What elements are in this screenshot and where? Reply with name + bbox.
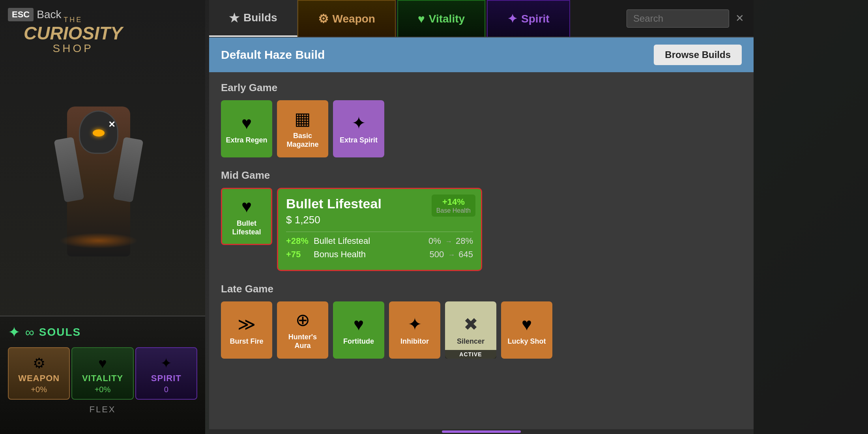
inhibitor-label: Inhibitor (400, 337, 429, 346)
inhibitor-icon: ✦ (408, 314, 422, 334)
tab-weapon[interactable]: ⚙ Weapon (297, 0, 396, 37)
tooltip-badge-value: +14% (442, 197, 465, 207)
tooltip-divider (286, 232, 473, 232)
char-body: ✕ (67, 107, 130, 256)
spirit-icon: ✦ (160, 355, 172, 372)
hunters-aura-icon: ⊕ (296, 310, 310, 330)
search-area: ✕ (620, 0, 754, 37)
item-card-inhibitor[interactable]: ✦ Inhibitor (389, 301, 440, 359)
silencer-label: Silencer (457, 337, 485, 346)
char-head: ✕ (79, 110, 118, 154)
character-area: ✕ (0, 47, 197, 268)
extra-regen-icon: ♥ (241, 113, 252, 133)
browse-builds-button[interactable]: Browse Builds (654, 45, 742, 65)
search-input[interactable] (627, 9, 729, 28)
early-items-grid: ♥ Extra Regen ▦ Basic Magazine ✦ Extra S… (221, 100, 742, 157)
item-card-silencer[interactable]: ✖ Silencer ACTIVE (445, 301, 496, 359)
builds-star-icon: ★ (229, 11, 239, 25)
tab-vitality[interactable]: ♥ Vitality (397, 0, 485, 37)
basic-magazine-label: Basic Magazine (281, 132, 324, 149)
vitality-stat-tab[interactable]: ♥ VITALITY +0% (71, 347, 133, 400)
stat-values-health: 500 → 645 (429, 249, 473, 260)
lucky-shot-icon: ♥ (522, 314, 532, 334)
burst-fire-icon: ≫ (238, 314, 256, 334)
spirit-stat-tab[interactable]: ✦ SPIRIT 0 (135, 347, 197, 400)
vitality-heart-icon: ♥ (418, 12, 425, 26)
tab-spirit-label: Spirit (521, 13, 550, 25)
build-header: Default Haze Build Browse Builds (209, 37, 754, 72)
mid-game-label: Mid Game (221, 169, 742, 181)
stat-tabs: ⚙ WEAPON +0% ♥ VITALITY +0% ✦ SPIRIT 0 (0, 344, 205, 403)
char-eye (93, 129, 105, 137)
shop-shop-text: SHOP (24, 42, 122, 55)
early-game-label: Early Game (221, 82, 742, 94)
esc-badge[interactable]: ESC (8, 8, 34, 21)
spirit-star-icon: ✦ (507, 12, 517, 26)
build-title: Default Haze Build (221, 48, 325, 62)
extra-spirit-icon: ✦ (352, 113, 366, 133)
tab-weapon-label: Weapon (333, 13, 375, 25)
tab-builds-label: Builds (243, 11, 277, 24)
basic-magazine-icon: ▦ (294, 108, 311, 129)
item-card-burst-fire[interactable]: ≫ Burst Fire (221, 301, 272, 359)
bullet-lifesteal-tooltip: Bullet Lifesteal $ 1,250 +14% Base Healt… (277, 188, 482, 271)
tooltip-badge: +14% Base Health (432, 195, 475, 217)
tooltip-stat-row-2: +75 Bonus Health 500 → 645 (286, 249, 473, 260)
shop-curiosity-text: CURIOSITY (24, 24, 122, 42)
stat-name-health: Bonus Health (314, 249, 366, 260)
weapon-tab-name: WEAPON (18, 373, 60, 383)
main-panel: ★ Builds ⚙ Weapon ♥ Vitality ✦ Spirit ✕ … (209, 0, 754, 434)
weapon-icon: ⚙ (33, 355, 45, 372)
vitality-tab-name: VITALITY (82, 373, 123, 383)
fortitude-icon: ♥ (354, 314, 364, 334)
arrow-icon-2: → (448, 251, 457, 259)
bullet-lifesteal-label: Bullet Lifesteal (226, 219, 267, 236)
item-card-basic-magazine[interactable]: ▦ Basic Magazine (277, 100, 328, 157)
bottom-stats-bar: ✦ ∞ SOULS ⚙ WEAPON +0% ♥ VITALITY +0% ✦ … (0, 316, 205, 434)
build-content: Early Game ♥ Extra Regen ▦ Basic Magazin… (209, 72, 754, 434)
souls-icon: ✦ (8, 324, 21, 341)
tooltip-stat-row-1: +28% Bullet Lifesteal 0% → 28% (286, 236, 473, 246)
weapon-stat-tab[interactable]: ⚙ WEAPON +0% (8, 347, 70, 400)
arrow-icon-1: → (445, 238, 454, 245)
item-card-extra-regen[interactable]: ♥ Extra Regen (221, 100, 272, 157)
souls-loop-icon: ∞ (25, 325, 34, 340)
vitality-icon: ♥ (98, 355, 107, 372)
esc-back-area: ESC Back (8, 8, 62, 21)
stat-values-lifesteal: 0% → 28% (428, 236, 473, 246)
weapon-gear-icon: ⚙ (318, 12, 329, 26)
char-weapon-right (113, 137, 143, 202)
silencer-icon: ✖ (464, 314, 478, 334)
mid-game-row: ♥ Bullet Lifesteal Bullet Lifesteal $ 1,… (221, 188, 742, 271)
flex-label: FLEX (0, 403, 205, 416)
lucky-shot-label: Lucky Shot (507, 337, 546, 346)
item-card-bullet-lifesteal[interactable]: ♥ Bullet Lifesteal (221, 188, 272, 245)
late-items-grid: ≫ Burst Fire ⊕ Hunter's Aura ♥ Fortitude… (221, 301, 742, 359)
item-card-fortitude[interactable]: ♥ Fortitude (333, 301, 384, 359)
stat-from-health: 500 (429, 249, 444, 259)
tab-bar: ★ Builds ⚙ Weapon ♥ Vitality ✦ Spirit ✕ (209, 0, 754, 37)
tab-spirit[interactable]: ✦ Spirit (487, 0, 570, 37)
shop-logo: THE CURIOSITY SHOP (24, 16, 122, 55)
stat-key-health: +75 (286, 249, 310, 260)
char-glow (59, 233, 138, 249)
char-weapon-left (54, 137, 84, 202)
extra-regen-label: Extra Regen (226, 136, 267, 145)
item-card-lucky-shot[interactable]: ♥ Lucky Shot (501, 301, 552, 359)
back-label[interactable]: Back (37, 8, 61, 21)
vitality-tab-value: +0% (95, 385, 111, 394)
item-card-hunters-aura[interactable]: ⊕ Hunter's Aura (277, 301, 328, 359)
tab-vitality-label: Vitality (429, 13, 465, 25)
stat-from-lifesteal: 0% (428, 236, 441, 246)
search-close-icon[interactable]: ✕ (732, 12, 747, 24)
item-card-extra-spirit[interactable]: ✦ Extra Spirit (333, 100, 384, 157)
fortitude-label: Fortitude (343, 337, 374, 346)
left-panel: ESC Back THE CURIOSITY SHOP ✕ ✦ ∞ SOULS (0, 0, 205, 434)
tab-builds[interactable]: ★ Builds (209, 0, 297, 37)
extra-spirit-label: Extra Spirit (340, 136, 378, 145)
stat-name-lifesteal: Bullet Lifesteal (314, 236, 370, 246)
stat-to-lifesteal: 28% (456, 236, 473, 246)
weapon-tab-value: +0% (31, 385, 47, 394)
character-silhouette: ✕ (36, 59, 162, 256)
souls-bar: ✦ ∞ SOULS (0, 316, 205, 344)
